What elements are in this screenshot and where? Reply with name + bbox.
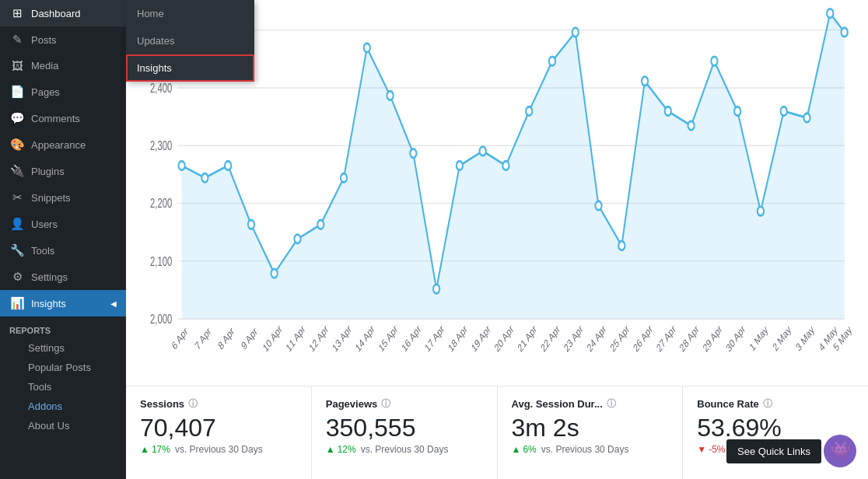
svg-point-38 [734,107,740,115]
pageviews-info-icon[interactable]: ⓘ [381,397,390,411]
stat-pageviews: Pageviews ⓘ 350,555 ▲ 12% vs. Previous 3… [312,386,498,479]
sidebar-sub-settings[interactable]: Settings [0,338,126,358]
sessions-prev: vs. Previous 30 Days [175,444,263,455]
sessions-value: 70,407 [140,414,297,442]
avg-session-label: Avg. Session Dur... ⓘ [512,397,669,411]
svg-point-35 [665,107,671,115]
sidebar-item-comments[interactable]: 💬 Comments [0,105,126,131]
sidebar-item-posts[interactable]: ✎ Posts [0,26,126,53]
svg-point-15 [201,173,208,182]
svg-text:16 Apr: 16 Apr [400,323,422,355]
svg-text:2 May: 2 May [771,323,793,355]
svg-text:2,300: 2,300 [150,139,173,152]
svg-text:26 Apr: 26 Apr [632,323,654,355]
insights-icon: 📊 [9,296,25,310]
dashboard-dropdown: Home Updates Insights [126,0,254,82]
sidebar-item-insights[interactable]: 📊 Insights ◀ [0,290,126,316]
sidebar-sub-popular-posts[interactable]: Popular Posts [0,358,126,377]
sessions-info-icon[interactable]: ⓘ [188,397,198,411]
svg-point-43 [842,28,848,37]
pageviews-change: ▲ 12% [326,444,356,455]
pageviews-label: Pageviews ⓘ [326,397,483,411]
reports-section: Reports [0,316,126,338]
svg-point-16 [225,161,231,170]
svg-point-27 [480,147,486,156]
svg-text:29 Apr: 29 Apr [701,323,723,355]
svg-point-25 [433,285,439,293]
svg-point-39 [758,207,764,215]
svg-point-32 [595,201,601,210]
stat-sessions: Sessions ⓘ 70,407 ▲ 17% vs. Previous 30 … [126,386,312,479]
sidebar-item-dashboard[interactable]: ⊞ Dashboard [0,0,126,26]
dropdown-insights[interactable]: Insights [126,54,254,82]
avg-session-prev: vs. Previous 30 Days [541,444,629,455]
bounce-rate-info-icon[interactable]: ⓘ [763,397,772,411]
svg-text:10 Apr: 10 Apr [261,323,284,355]
sidebar-item-label: Media [31,60,58,72]
sidebar-item-media[interactable]: 🖼 Media [0,53,126,79]
quick-links-button[interactable]: See Quick Links [726,439,821,463]
svg-text:9 Apr: 9 Apr [240,325,259,352]
svg-point-31 [572,28,579,37]
media-icon: 🖼 [9,59,25,72]
svg-text:13 Apr: 13 Apr [331,323,353,355]
svg-text:1 May: 1 May [748,323,770,355]
svg-text:20 Apr: 20 Apr [493,323,516,355]
svg-text:30 Apr: 30 Apr [724,323,747,355]
svg-text:25 Apr: 25 Apr [608,323,631,355]
sidebar-item-label: Tools [31,245,54,257]
dashboard-icon: ⊞ [9,6,25,20]
svg-text:7 Apr: 7 Apr [193,325,212,352]
pageviews-prev: vs. Previous 30 Days [361,444,449,455]
sidebar-item-label: Pages [31,86,60,98]
sidebar-item-users[interactable]: 👤 Users [0,211,126,237]
comments-icon: 💬 [9,111,25,125]
svg-point-33 [618,241,625,250]
svg-point-24 [410,149,416,158]
svg-point-21 [341,173,347,182]
sidebar-item-label: Insights [31,298,66,309]
sidebar-item-snippets[interactable]: ✂ Snippets [0,184,126,211]
svg-point-40 [781,107,787,115]
svg-point-19 [294,235,300,243]
svg-point-34 [642,77,648,86]
monster-emoji: 👾 [830,441,851,461]
svg-text:3 May: 3 May [794,323,816,355]
posts-icon: ✎ [9,33,25,47]
sidebar-sub-about[interactable]: About Us [0,416,126,435]
sidebar-item-settings[interactable]: ⚙ Settings [0,264,126,290]
monster-avatar[interactable]: 👾 [824,435,856,467]
svg-text:11 Apr: 11 Apr [285,323,307,355]
svg-text:2,400: 2,400 [150,82,173,95]
pageviews-value: 350,555 [326,414,483,442]
sidebar-sub-tools[interactable]: Tools [0,377,126,397]
sidebar-item-label: Appearance [31,139,86,151]
pages-icon: 📄 [9,85,25,99]
svg-point-28 [502,161,509,170]
dropdown-home[interactable]: Home [126,0,254,27]
sidebar-item-pages[interactable]: 📄 Pages [0,79,126,105]
svg-point-30 [549,57,555,65]
svg-text:24 Apr: 24 Apr [586,323,608,355]
sidebar-item-label: Snippets [31,192,71,204]
avg-session-info-icon[interactable]: ⓘ [607,397,616,411]
svg-text:19 Apr: 19 Apr [470,323,492,355]
sidebar-item-plugins[interactable]: 🔌 Plugins [0,158,126,184]
sidebar-item-tools[interactable]: 🔧 Tools [0,237,126,264]
sidebar-item-label: Dashboard [31,8,81,19]
stats-row: Sessions ⓘ 70,407 ▲ 17% vs. Previous 30 … [126,386,868,479]
sidebar-item-appearance[interactable]: 🎨 Appearance [0,131,126,158]
sidebar-item-label: Posts [31,34,57,46]
svg-point-41 [803,114,810,122]
svg-text:15 Apr: 15 Apr [377,323,400,355]
sessions-label: Sessions ⓘ [140,397,297,411]
sidebar-item-label: Users [31,219,58,230]
svg-text:18 Apr: 18 Apr [446,323,469,355]
svg-point-23 [387,91,393,100]
svg-text:22 Apr: 22 Apr [539,323,562,355]
sidebar: ⊞ Dashboard ✎ Posts 🖼 Media 📄 Pages 💬 Co… [0,0,126,479]
dropdown-updates[interactable]: Updates [126,27,254,54]
appearance-icon: 🎨 [9,138,25,152]
svg-text:21 Apr: 21 Apr [516,323,538,355]
sidebar-sub-addons[interactable]: Addons [0,397,126,416]
